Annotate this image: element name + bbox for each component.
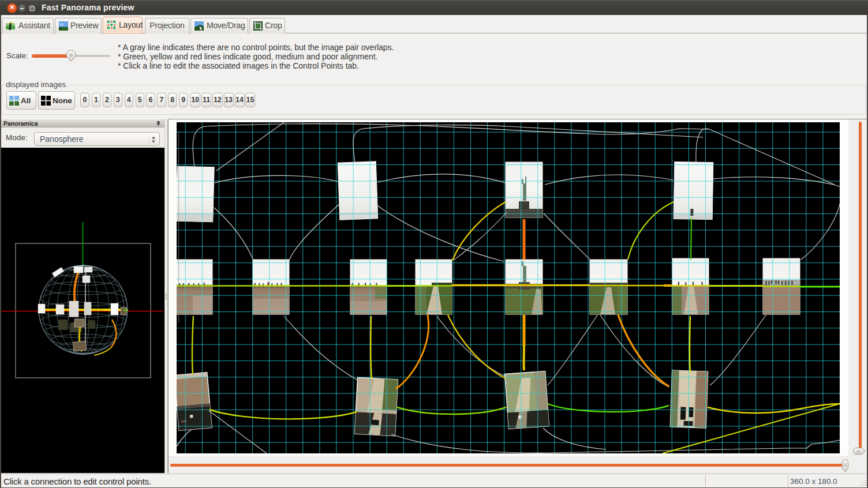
svg-text:GL: GL <box>59 22 64 26</box>
